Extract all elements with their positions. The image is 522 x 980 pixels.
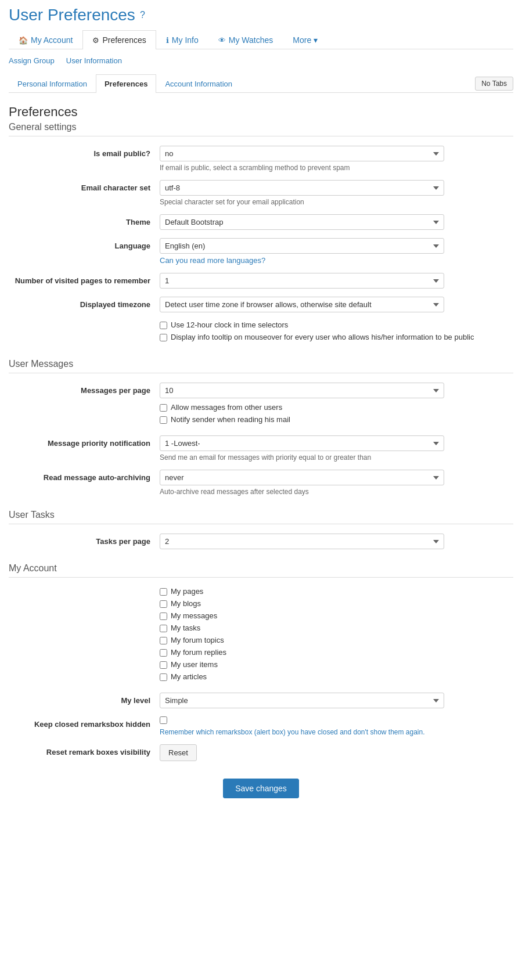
clock12-text: Use 12-hour clock in time selectors bbox=[171, 320, 288, 329]
allow-messages-text: Allow messages from other users bbox=[171, 403, 282, 412]
general-settings-heading: General settings bbox=[9, 122, 513, 136]
email-charset-select[interactable]: utf-8 iso-8859-1 bbox=[160, 180, 444, 196]
user-messages-heading: User Messages bbox=[9, 359, 513, 373]
save-bar: Save changes bbox=[9, 779, 513, 798]
keep-closed-remarksbox-checkbox[interactable] bbox=[160, 716, 167, 724]
my-user-items-text: My user items bbox=[171, 660, 218, 669]
inner-tabs: Personal Information Preferences Account… bbox=[9, 74, 513, 93]
my-tasks-label[interactable]: My tasks bbox=[160, 624, 513, 632]
language-control: English (en) Can you read more languages… bbox=[160, 238, 513, 265]
tab-account-information[interactable]: Account Information bbox=[156, 74, 241, 93]
my-account-section: My Account My pages My blogs My messages bbox=[9, 563, 513, 761]
my-tasks-checkbox[interactable] bbox=[160, 625, 167, 632]
timezone-control: Detect user time zone if browser allows,… bbox=[160, 297, 513, 312]
auto-archiving-hint: Auto-archive read messages after selecte… bbox=[160, 488, 513, 496]
nav-tab-my-info[interactable]: ℹ My Info bbox=[156, 30, 208, 49]
my-articles-label[interactable]: My articles bbox=[160, 672, 513, 681]
reset-button[interactable]: Reset bbox=[160, 744, 197, 761]
notify-sender-checkbox[interactable] bbox=[160, 416, 167, 424]
email-charset-hint: Special character set for your email app… bbox=[160, 198, 513, 206]
sub-nav-assign-group[interactable]: Assign Group bbox=[9, 56, 55, 65]
my-forum-replies-label[interactable]: My forum replies bbox=[160, 648, 513, 657]
my-user-items-label[interactable]: My user items bbox=[160, 660, 513, 669]
my-pages-text: My pages bbox=[171, 587, 203, 596]
user-tasks-heading: User Tasks bbox=[9, 510, 513, 524]
email-charset-label: Email character set bbox=[9, 180, 160, 192]
my-messages-checkbox[interactable] bbox=[160, 613, 167, 620]
nav-tab-more-label: More ▾ bbox=[293, 35, 318, 45]
no-tabs-button[interactable]: No Tabs bbox=[475, 77, 513, 91]
notify-sender-label[interactable]: Notify sender when reading his mail bbox=[160, 415, 513, 424]
visited-pages-label: Number of visited pages to remember bbox=[9, 273, 160, 285]
more-languages-link[interactable]: Can you read more languages? bbox=[160, 256, 513, 265]
allow-messages-checkbox[interactable] bbox=[160, 404, 167, 412]
my-pages-checkbox[interactable] bbox=[160, 588, 167, 596]
nav-tab-preferences-label: Preferences bbox=[102, 35, 146, 45]
my-pages-label[interactable]: My pages bbox=[160, 587, 513, 596]
my-blogs-label[interactable]: My blogs bbox=[160, 599, 513, 608]
tooltip-label[interactable]: Display info tooltip on mouseover for ev… bbox=[160, 333, 474, 341]
nav-tab-preferences[interactable]: ⚙ Preferences bbox=[82, 30, 156, 49]
messages-per-page-row: Messages per page 10 20 50 Allow message… bbox=[9, 383, 513, 427]
message-priority-hint: Send me an email for messages with prior… bbox=[160, 453, 513, 462]
timezone-select[interactable]: Detect user time zone if browser allows,… bbox=[160, 297, 444, 312]
visited-pages-row: Number of visited pages to remember 1 2 … bbox=[9, 273, 513, 289]
nav-tab-my-account-label: My Account bbox=[31, 35, 73, 45]
theme-select[interactable]: Default Bootstrap bbox=[160, 214, 444, 230]
email-charset-control: utf-8 iso-8859-1 Special character set f… bbox=[160, 180, 513, 206]
my-messages-label[interactable]: My messages bbox=[160, 611, 513, 620]
allow-messages-label[interactable]: Allow messages from other users bbox=[160, 403, 513, 412]
tooltip-text: Display info tooltip on mouseover for ev… bbox=[171, 333, 474, 341]
my-forum-topics-text: My forum topics bbox=[171, 636, 224, 644]
messages-per-page-select[interactable]: 10 20 50 bbox=[160, 383, 444, 398]
my-blogs-checkbox[interactable] bbox=[160, 600, 167, 608]
my-forum-topics-label[interactable]: My forum topics bbox=[160, 636, 513, 644]
preferences-title: Preferences bbox=[9, 105, 513, 120]
my-forum-replies-checkbox[interactable] bbox=[160, 649, 167, 657]
help-icon[interactable]: ? bbox=[140, 10, 145, 20]
email-public-hint: If email is public, select a scrambling … bbox=[160, 164, 513, 172]
my-user-items-checkbox[interactable] bbox=[160, 661, 167, 669]
eye-icon: 👁 bbox=[218, 36, 226, 45]
sub-nav-user-information[interactable]: User Information bbox=[66, 56, 122, 65]
timezone-label: Displayed timezone bbox=[9, 297, 160, 309]
language-row: Language English (en) Can you read more … bbox=[9, 238, 513, 265]
my-account-items-control: My pages My blogs My messages My tasks M… bbox=[160, 587, 513, 684]
message-priority-select[interactable]: 1 -Lowest- 2 3 4 5 -Highest- bbox=[160, 435, 444, 451]
visited-pages-control: 1 2 5 10 bbox=[160, 273, 513, 289]
clock12-checkbox[interactable] bbox=[160, 322, 167, 329]
tasks-per-page-select[interactable]: 2 5 10 20 bbox=[160, 534, 444, 549]
my-messages-text: My messages bbox=[171, 611, 217, 620]
clock12-control: Use 12-hour clock in time selectors Disp… bbox=[160, 320, 474, 345]
nav-tab-my-watches[interactable]: 👁 My Watches bbox=[208, 30, 283, 49]
keep-closed-remarksbox-hint: Remember which remarksbox (alert box) yo… bbox=[160, 728, 513, 736]
my-forum-topics-checkbox[interactable] bbox=[160, 637, 167, 644]
nav-tab-my-account[interactable]: 🏠 My Account bbox=[9, 30, 82, 49]
reset-remark-control: Reset bbox=[160, 744, 513, 761]
tab-personal-information[interactable]: Personal Information bbox=[9, 74, 96, 93]
tab-preferences[interactable]: Preferences bbox=[96, 74, 156, 93]
auto-archiving-select[interactable]: never 7 days 30 days 90 days bbox=[160, 470, 444, 485]
email-public-select[interactable]: no yes bbox=[160, 146, 444, 161]
my-articles-checkbox[interactable] bbox=[160, 673, 167, 681]
nav-tab-more[interactable]: More ▾ bbox=[283, 30, 327, 49]
my-forum-replies-text: My forum replies bbox=[171, 648, 226, 657]
general-settings-section: General settings Is email public? no yes… bbox=[9, 122, 513, 345]
message-priority-row: Message priority notification 1 -Lowest-… bbox=[9, 435, 513, 462]
nav-tab-my-info-label: My Info bbox=[172, 35, 199, 45]
tooltip-checkbox[interactable] bbox=[160, 334, 167, 341]
auto-archiving-control: never 7 days 30 days 90 days Auto-archiv… bbox=[160, 470, 513, 496]
email-public-control: no yes If email is public, select a scra… bbox=[160, 146, 513, 172]
my-level-control: Simple Advanced bbox=[160, 693, 513, 708]
messages-per-page-label: Messages per page bbox=[9, 383, 160, 395]
my-articles-text: My articles bbox=[171, 672, 207, 681]
clock12-label[interactable]: Use 12-hour clock in time selectors bbox=[160, 320, 474, 329]
theme-row: Theme Default Bootstrap bbox=[9, 214, 513, 230]
language-select[interactable]: English (en) bbox=[160, 238, 444, 254]
my-level-select[interactable]: Simple Advanced bbox=[160, 693, 444, 708]
message-priority-control: 1 -Lowest- 2 3 4 5 -Highest- Send me an … bbox=[160, 435, 513, 462]
reset-remark-row: Reset remark boxes visibility Reset bbox=[9, 744, 513, 761]
keep-closed-remarksbox-row: Keep closed remarksbox hidden Remember w… bbox=[9, 716, 513, 736]
visited-pages-select[interactable]: 1 2 5 10 bbox=[160, 273, 444, 289]
save-changes-button[interactable]: Save changes bbox=[223, 779, 299, 798]
